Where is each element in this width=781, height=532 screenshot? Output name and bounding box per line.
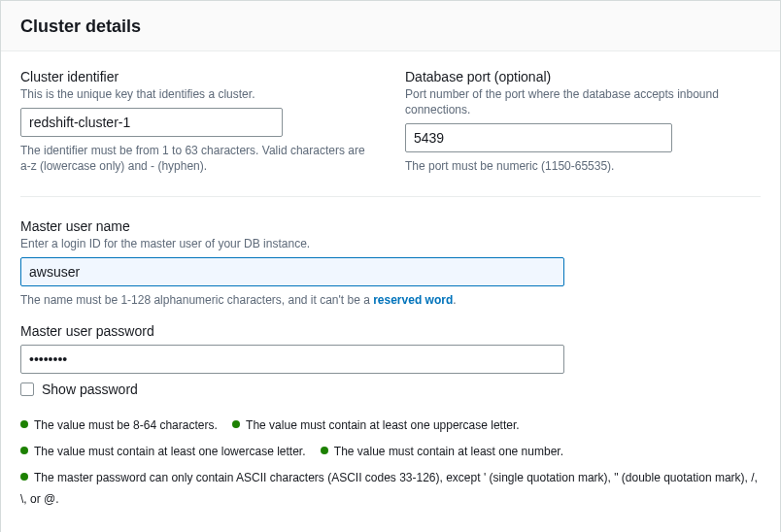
panel-title: Cluster details: [20, 17, 761, 37]
master-user-password-input[interactable]: [20, 345, 564, 374]
status-dot-icon: [20, 420, 28, 428]
cluster-identifier-desc: This is the unique key that identifies a…: [20, 86, 376, 102]
status-dot-icon: [321, 447, 328, 454]
database-port-hint: The port must be numeric (1150-65535).: [405, 158, 761, 174]
master-user-name-input[interactable]: [20, 257, 564, 286]
cluster-identifier-label: Cluster identifier: [20, 69, 376, 84]
master-user-name-field: Master user name Enter a login ID for th…: [20, 218, 761, 308]
cluster-identifier-field: Cluster identifier This is the unique ke…: [20, 69, 376, 175]
hint-prefix: The name must be 1-128 alphanumeric char…: [20, 293, 373, 307]
master-user-name-desc: Enter a login ID for the master user of …: [20, 236, 761, 251]
status-dot-icon: [20, 447, 28, 454]
database-port-label: Database port (optional): [405, 69, 761, 84]
section-divider: [20, 196, 761, 197]
cluster-identifier-input[interactable]: [20, 108, 283, 137]
panel-header: Cluster details: [1, 1, 780, 51]
rule-lowercase: The value must contain at least one lowe…: [20, 445, 306, 458]
rule-uppercase: The value must contain at least one uppe…: [232, 418, 520, 432]
show-password-row: Show password: [20, 382, 761, 397]
master-user-name-hint: The name must be 1-128 alphanumeric char…: [20, 292, 761, 308]
top-row: Cluster identifier This is the unique ke…: [20, 69, 761, 175]
database-port-desc: Port number of the port where the databa…: [405, 86, 761, 117]
cluster-details-panel: Cluster details Cluster identifier This …: [0, 0, 781, 532]
master-user-password-label: Master user password: [20, 323, 761, 339]
rule-length: The value must be 8-64 characters.: [20, 418, 218, 432]
hint-suffix: .: [453, 293, 456, 307]
master-user-name-label: Master user name: [20, 218, 761, 234]
rule-ascii: The master password can only contain ASC…: [20, 471, 758, 507]
panel-body: Cluster identifier This is the unique ke…: [1, 51, 780, 532]
rule-number: The value must contain at least one numb…: [321, 445, 563, 458]
show-password-checkbox[interactable]: [20, 382, 34, 396]
database-port-input[interactable]: [405, 123, 672, 152]
password-rules: The value must be 8-64 characters. The v…: [20, 415, 761, 511]
master-user-password-field: Master user password Show password: [20, 323, 761, 397]
status-dot-icon: [232, 420, 240, 428]
cluster-identifier-hint: The identifier must be from 1 to 63 char…: [20, 143, 376, 174]
reserved-word-link[interactable]: reserved word: [373, 293, 453, 307]
status-dot-icon: [20, 473, 28, 481]
database-port-field: Database port (optional) Port number of …: [405, 69, 761, 175]
show-password-label: Show password: [42, 382, 138, 397]
